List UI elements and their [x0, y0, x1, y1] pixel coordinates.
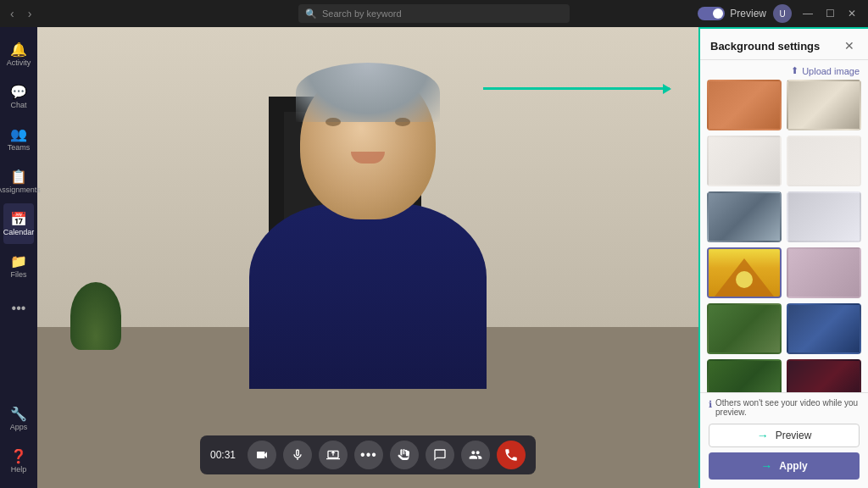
call-timer: 00:31: [210, 449, 241, 461]
bg-thumb-9[interactable]: [707, 303, 782, 354]
sidebar-item-files[interactable]: 📁 Files: [3, 246, 34, 286]
sidebar-item-label: Assignments: [0, 186, 41, 195]
maximize-button[interactable]: ☐: [821, 4, 839, 23]
sidebar-item-calendar[interactable]: 📅 Calendar: [3, 203, 34, 244]
panel-title: Background settings: [710, 40, 820, 53]
bg-thumb-3[interactable]: [707, 136, 782, 186]
calendar-icon: 📅: [10, 211, 27, 227]
sidebar-item-chat[interactable]: 💬 Chat: [3, 76, 34, 117]
more-options-button[interactable]: •••: [354, 441, 383, 469]
mic-button[interactable]: [283, 441, 312, 469]
raise-hand-button[interactable]: [390, 441, 419, 469]
camera-button[interactable]: [248, 441, 276, 469]
bg-thumb-inner: [788, 361, 860, 392]
bg-thumb-2[interactable]: [787, 80, 861, 130]
upload-icon: ⬆: [791, 65, 798, 76]
bg-thumb-6[interactable]: [787, 191, 861, 242]
bg-thumb-inner: [788, 193, 860, 241]
window-controls: — ☐ ✕: [798, 4, 861, 23]
preview-toggle[interactable]: Preview: [698, 7, 766, 20]
chat-button[interactable]: [426, 441, 454, 469]
arrow-line: [483, 87, 670, 90]
files-icon: 📁: [10, 253, 27, 269]
more-icon: •••: [12, 301, 26, 316]
close-button[interactable]: ✕: [843, 4, 861, 23]
upload-label: Upload image: [802, 66, 860, 76]
bg-thumb-inner: [709, 361, 780, 392]
bg-thumb-5[interactable]: [707, 191, 782, 242]
end-call-button[interactable]: [497, 441, 526, 469]
person: [103, 50, 632, 419]
bg-thumb-inner: [709, 193, 780, 241]
sidebar-item-label: Help: [11, 466, 27, 474]
apply-button[interactable]: → Apply: [709, 452, 860, 480]
teams-icon: 👥: [10, 126, 27, 142]
assignments-icon: 📋: [10, 169, 27, 185]
sidebar-item-label: Apps: [10, 424, 28, 432]
title-bar-right: Preview U — ☐ ✕: [698, 4, 868, 23]
sidebar-item-label: Teams: [8, 144, 31, 152]
sidebar-item-teams[interactable]: 👥 Teams: [3, 119, 34, 159]
title-bar-left: ‹ ›: [0, 3, 35, 24]
panel-footer: ℹ Others won't see your video while you …: [700, 392, 868, 488]
apply-arrow-icon: →: [760, 459, 772, 473]
sidebar-item-activity[interactable]: 🔔 Activity: [3, 34, 34, 75]
sidebar-item-more[interactable]: •••: [3, 288, 34, 329]
search-icon: 🔍: [305, 8, 317, 19]
preview-btn-row: → Preview: [709, 424, 860, 447]
sidebar-item-apps[interactable]: 🔧 Apps: [3, 398, 34, 439]
preview-arrow-icon: →: [757, 429, 769, 442]
bg-thumb-inner: [788, 249, 860, 297]
controls-bar: 00:31 •••: [200, 435, 536, 474]
panel-header: Background settings ✕: [700, 29, 868, 60]
share-screen-button[interactable]: [319, 441, 348, 469]
bg-thumb-8[interactable]: [787, 247, 861, 298]
bg-thumb-inner: [788, 305, 860, 352]
minimize-button[interactable]: —: [798, 4, 817, 23]
sidebar-item-help[interactable]: ❓ Help: [3, 441, 34, 481]
bg-thumb-inner: [709, 305, 780, 352]
search-bar[interactable]: 🔍 Search by keyword: [298, 4, 570, 23]
sidebar-item-assignments[interactable]: 📋 Assignments: [3, 161, 34, 202]
sidebar-item-label: Activity: [7, 59, 31, 68]
bg-thumb-1[interactable]: [707, 80, 782, 130]
participants-button[interactable]: [461, 441, 490, 469]
upload-row: ⬆ Upload image: [700, 60, 868, 80]
search-placeholder: Search by keyword: [322, 8, 402, 19]
apply-button-label: Apply: [779, 460, 807, 472]
background-grid: [700, 80, 868, 392]
bg-thumb-10[interactable]: [787, 303, 861, 354]
bg-thumb-inner: [788, 81, 860, 129]
help-icon: ❓: [10, 448, 27, 464]
preview-note-text: Others won't see your video while you pr…: [715, 398, 860, 417]
back-arrow-icon[interactable]: ‹: [7, 3, 18, 24]
title-bar: ‹ › 🔍 Search by keyword Preview U — ☐ ✕: [0, 0, 868, 27]
panel-close-button[interactable]: ✕: [841, 37, 858, 54]
info-icon: ℹ: [709, 399, 712, 410]
person-hair: [296, 63, 440, 122]
avatar[interactable]: U: [773, 4, 792, 23]
upload-image-button[interactable]: ⬆ Upload image: [791, 65, 860, 76]
preview-button[interactable]: → Preview: [709, 424, 860, 447]
bg-thumb-11[interactable]: [707, 359, 782, 392]
sidebar-bottom: 🔧 Apps ❓ Help: [3, 398, 34, 488]
bg-thumb-12[interactable]: [787, 359, 861, 392]
arrow-head: [663, 84, 671, 94]
forward-arrow-icon[interactable]: ›: [25, 3, 36, 24]
preview-toggle-switch[interactable]: [698, 7, 725, 20]
bg-thumb-inner: [709, 81, 780, 129]
sidebar: 🔔 Activity 💬 Chat 👥 Teams 📋 Assignments …: [0, 27, 37, 488]
preview-toggle-label: Preview: [730, 8, 766, 19]
sidebar-item-label: Chat: [10, 102, 26, 110]
preview-button-label: Preview: [776, 430, 812, 441]
person-head: [300, 67, 436, 219]
bg-thumb-4[interactable]: [787, 136, 861, 186]
sidebar-item-label: Calendar: [3, 229, 35, 237]
bg-settings-panel: Background settings ✕ ⬆ Upload image: [698, 27, 868, 488]
chat-icon: 💬: [10, 84, 27, 100]
apps-icon: 🔧: [10, 406, 27, 422]
sidebar-item-label: Files: [10, 271, 26, 280]
person-body: [249, 202, 487, 389]
preview-note: ℹ Others won't see your video while you …: [709, 398, 860, 417]
bg-thumb-7[interactable]: [707, 247, 782, 298]
